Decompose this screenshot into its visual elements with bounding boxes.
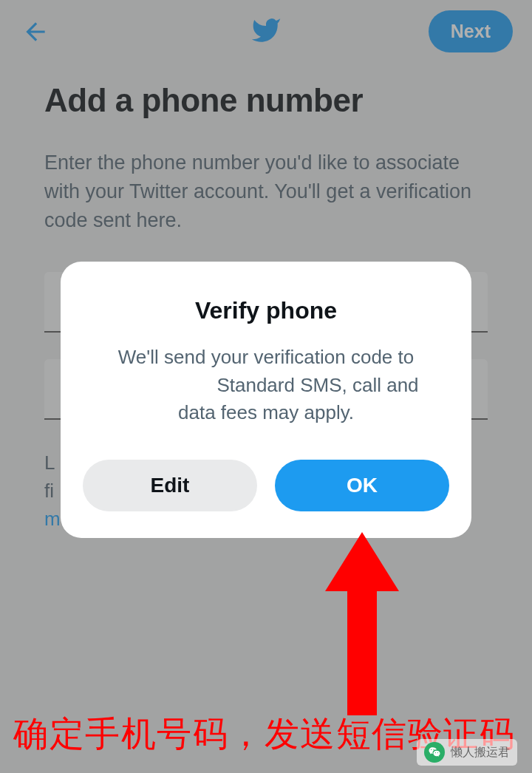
modal-actions: Edit OK [83, 460, 449, 511]
verify-phone-modal: Verify phone We'll send your verificatio… [61, 262, 471, 538]
wechat-icon [424, 742, 445, 763]
twitter-logo-icon [250, 15, 282, 49]
next-button[interactable]: Next [429, 10, 513, 52]
modal-body-line-2: Standard SMS, call and [87, 372, 445, 400]
modal-body: We'll send your verification code to Sta… [83, 344, 449, 427]
modal-body-line-3: data fees may apply. [87, 399, 445, 427]
svg-marker-0 [325, 532, 399, 715]
page-subtitle: Enter the phone number you'd like to ass… [44, 149, 488, 235]
watermark: 懒人搬运君 [417, 739, 517, 766]
annotation-arrow-icon [318, 532, 406, 718]
helper-line-2: fi [44, 480, 54, 502]
ok-button[interactable]: OK [275, 460, 449, 511]
modal-title: Verify phone [83, 297, 449, 324]
header: Next [0, 0, 532, 60]
arrow-left-icon [21, 18, 50, 46]
page-title: Add a phone number [44, 82, 488, 119]
back-button[interactable] [19, 16, 52, 48]
modal-body-line-1: We'll send your verification code to [87, 344, 445, 372]
helper-line-1: L [44, 452, 55, 474]
learn-more-link[interactable]: m [44, 508, 61, 530]
edit-button[interactable]: Edit [83, 460, 257, 511]
watermark-text: 懒人搬运君 [451, 745, 510, 760]
